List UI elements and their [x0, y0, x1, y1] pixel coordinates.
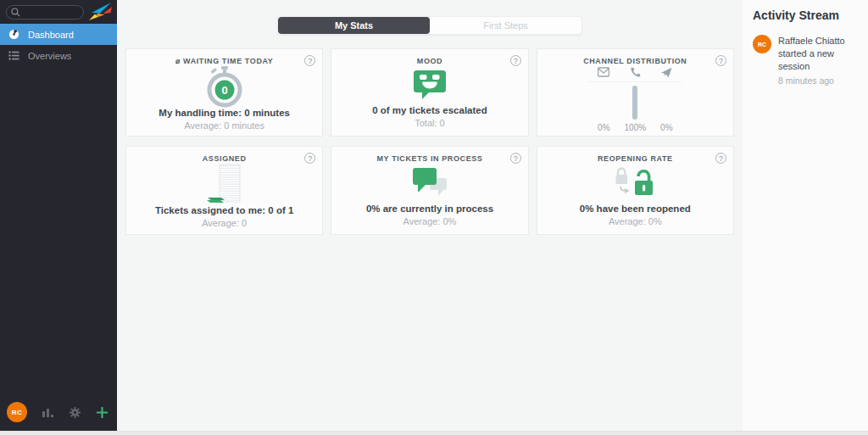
- card-stat-text: 0 of my tickets escalated: [372, 105, 487, 115]
- channel-bars: [588, 84, 682, 121]
- settings-button[interactable]: [69, 406, 81, 419]
- card-average-text: Average: 0%: [609, 216, 662, 226]
- card-average-text: Total: 0: [415, 118, 444, 128]
- bar-chart-icon: [42, 406, 55, 418]
- app-window: Dashboard Overviews RC: [0, 0, 868, 435]
- card-average-text: Average: 0 minutes: [184, 120, 264, 131]
- stopwatch-icon: 0: [205, 65, 244, 108]
- channel-percent-phone: 100%: [620, 123, 651, 132]
- activity-text: Raffaele Chiatto started a new session: [778, 35, 858, 73]
- card-title: CHANNEL DISTRIBUTION: [583, 57, 687, 65]
- card-in-process: MY TICKETS IN PROCESS ? 0% are currently…: [331, 146, 528, 235]
- phone-channel-icon: [630, 67, 641, 78]
- card-mood: MOOD ? 0 of my tickets escalated Total: …: [331, 48, 528, 137]
- channel-icons-row: [588, 67, 682, 82]
- search-icon: [11, 8, 20, 17]
- sidebar: Dashboard Overviews RC: [0, 0, 117, 431]
- sidebar-item-label: Dashboard: [28, 30, 74, 40]
- card-average-text: Average: 0: [202, 218, 247, 228]
- reopen-lock-icon: [613, 165, 657, 201]
- help-icon[interactable]: ?: [715, 55, 726, 66]
- twitter-channel-icon: [660, 67, 672, 78]
- tab-my-stats[interactable]: My Stats: [278, 17, 430, 34]
- search-input[interactable]: [24, 8, 78, 17]
- stopwatch-value: 0: [221, 84, 227, 97]
- email-channel-icon: [598, 67, 609, 77]
- plus-icon: [96, 406, 108, 419]
- card-title: MOOD: [417, 57, 442, 65]
- user-avatar[interactable]: RC: [7, 402, 27, 422]
- activity-avatar: RC: [753, 35, 771, 53]
- sidebar-item-dashboard[interactable]: Dashboard: [0, 24, 117, 45]
- card-title: ⌀ WAITING TIME TODAY: [175, 57, 273, 65]
- help-icon[interactable]: ?: [715, 153, 726, 164]
- card-stat-text: 0% have been reopened: [580, 204, 691, 214]
- new-ticket-button[interactable]: [96, 406, 108, 419]
- dashboard-tabs: My Stats First Steps: [277, 16, 582, 35]
- activity-stream-panel: Activity Stream RC Raffaele Chiatto star…: [743, 0, 868, 431]
- mood-smiley-icon: [412, 70, 448, 102]
- sidebar-item-overviews[interactable]: Overviews: [0, 45, 117, 66]
- activity-item[interactable]: RC Raffaele Chiatto started a new sessio…: [753, 35, 858, 86]
- list-icon: [8, 50, 19, 61]
- tab-first-steps[interactable]: First Steps: [430, 17, 581, 34]
- card-average-text: Average: 0%: [403, 216, 457, 226]
- main-content: My Stats First Steps ⌀ WAITING TIME TODA…: [117, 0, 743, 431]
- dashboard-gauge-icon: [8, 29, 19, 40]
- help-icon[interactable]: ?: [510, 55, 521, 66]
- card-assigned: ASSIGNED ? Tickets assigned to me: 0 of …: [125, 146, 323, 235]
- stats-cards-grid: ⌀ WAITING TIME TODAY ? 0 My handling tim…: [117, 48, 743, 235]
- chat-bubbles-icon: [410, 166, 449, 200]
- horizontal-scrollbar[interactable]: [0, 431, 868, 435]
- sidebar-nav: Dashboard Overviews: [0, 24, 117, 66]
- help-icon[interactable]: ?: [510, 153, 521, 164]
- ticket-stack-icon: [203, 163, 246, 205]
- channel-percent-twitter: 0%: [651, 123, 682, 132]
- activity-stream-title: Activity Stream: [753, 8, 858, 22]
- sidebar-item-label: Overviews: [28, 51, 71, 61]
- card-channel-distribution: CHANNEL DISTRIBUTION ?: [537, 48, 734, 137]
- channel-bar-phone: [632, 86, 637, 120]
- channel-labels: 0% 100% 0%: [588, 123, 682, 132]
- channel-percent-email: 0%: [588, 123, 620, 132]
- card-title: REOPENING RATE: [598, 154, 673, 163]
- card-title: ASSIGNED: [203, 154, 247, 163]
- card-stat-text: 0% are currently in process: [366, 204, 493, 214]
- gear-icon: [69, 406, 81, 419]
- card-waiting-time: ⌀ WAITING TIME TODAY ? 0 My handling tim…: [125, 48, 323, 137]
- card-reopening-rate: REOPENING RATE ? 0% have be: [537, 146, 734, 235]
- card-stat-text: My handling time: 0 minutes: [159, 108, 290, 118]
- stats-chart-button[interactable]: [42, 406, 55, 418]
- card-stat-text: Tickets assigned to me: 0 of 1: [155, 205, 293, 215]
- search-box[interactable]: [6, 5, 84, 20]
- sidebar-toolbar: RC: [0, 395, 117, 429]
- activity-timestamp: 8 minutes ago: [778, 75, 858, 86]
- zammad-logo: [87, 2, 114, 22]
- card-title: MY TICKETS IN PROCESS: [377, 154, 483, 163]
